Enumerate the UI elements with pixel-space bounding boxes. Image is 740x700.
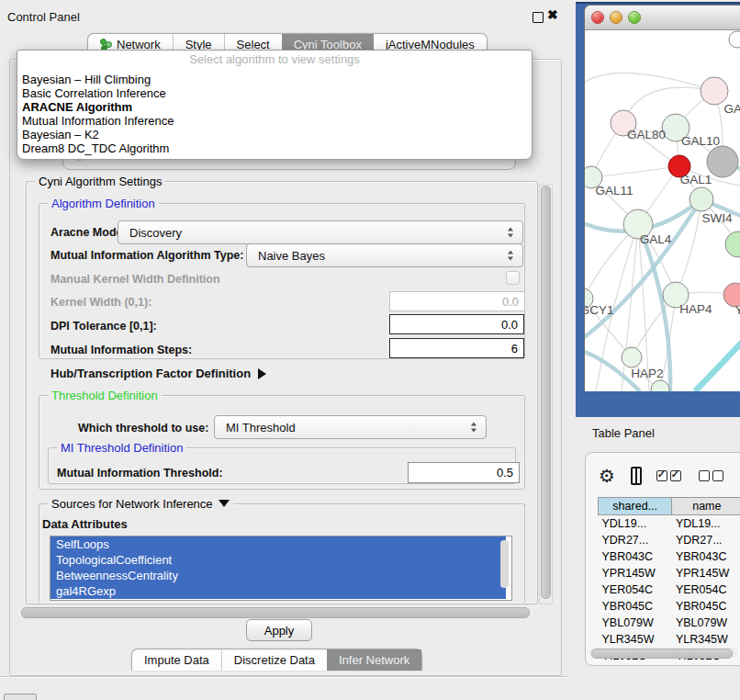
node-top-partial[interactable] xyxy=(729,31,740,48)
table-cell: YBR045C xyxy=(599,598,672,615)
mi-algorithm-type-label: Mutual Information Algorithm Type: xyxy=(50,249,243,262)
select-all-icon[interactable] xyxy=(656,470,684,481)
table-row[interactable]: YDR27...YDR27...12 xyxy=(599,532,740,548)
network-view-window: GALGAL80GAL10GAL1GAL11SWI4GAL4GCY1HAP4YH… xyxy=(584,5,740,391)
table-row[interactable]: YLR345WYLR345W9. xyxy=(599,631,740,648)
tab-impute-data[interactable]: Impute Data xyxy=(132,649,221,671)
column-header[interactable]: shared... xyxy=(599,498,672,515)
apply-button[interactable]: Apply xyxy=(246,619,312,641)
settings-group-title: Cyni Algorithm Settings xyxy=(35,175,165,188)
which-threshold-value: MI Threshold xyxy=(226,421,296,435)
scrollbar-thumb[interactable] xyxy=(591,649,733,659)
tab-discretize-data[interactable]: Discretize Data xyxy=(221,649,327,671)
control-panel-title: Control Panel xyxy=(7,10,80,24)
kernel-width-input[interactable]: 0.0 xyxy=(389,291,525,311)
table-cell: YDR27... xyxy=(672,532,740,548)
node-SWI4[interactable] xyxy=(690,187,713,211)
mi-algorithm-type-value: Naive Bayes xyxy=(258,249,325,263)
tab-label: Infer Network xyxy=(339,653,409,667)
gear-icon[interactable]: ⚙ xyxy=(599,465,615,487)
collapsed-arrow-icon xyxy=(258,368,266,379)
tab-infer-network[interactable]: Infer Network xyxy=(327,649,421,671)
list-scrollbar[interactable] xyxy=(500,540,509,588)
aracne-mode-combobox[interactable]: Discovery xyxy=(118,220,523,244)
network-canvas[interactable]: GALGAL80GAL10GAL1GAL11SWI4GAL4GCY1HAP4YH… xyxy=(585,30,740,391)
columns-icon[interactable] xyxy=(631,467,642,485)
which-threshold-label: Which threshold to use: xyxy=(78,422,208,435)
node-bottom-partial[interactable] xyxy=(651,380,669,391)
deselect-all-icon[interactable] xyxy=(699,470,726,481)
table-row[interactable]: YBR045CYBR045C9. xyxy=(599,598,740,615)
table-cell: YBR045C xyxy=(672,598,740,615)
scrollbar-thumb[interactable] xyxy=(21,607,530,618)
hub-definition-toggle[interactable]: Hub/Transcription Factor Definition xyxy=(50,367,266,380)
tab-label: Impute Data xyxy=(144,653,209,667)
table-cell: YLR345W xyxy=(599,631,672,648)
attribute-item[interactable]: BetweennessCentrality xyxy=(50,568,506,583)
sources-group-toggle[interactable]: Sources for Network Inference xyxy=(48,497,233,511)
algorithm-dropdown-list: Bayesian – Hill ClimbingBasic Correlatio… xyxy=(17,69,532,155)
settings-vertical-scrollbar[interactable] xyxy=(539,184,553,604)
table-cell: YBL079W xyxy=(672,615,740,631)
data-attributes-list[interactable]: SelfLoopsTopologicalCoefficientBetweenne… xyxy=(50,536,512,601)
network-edge[interactable] xyxy=(591,166,679,177)
tab-label: Discretize Data xyxy=(234,653,315,667)
column-header[interactable]: name xyxy=(672,498,740,515)
node-label-HAP4: HAP4 xyxy=(679,302,712,316)
node-label-GAL80: GAL80 xyxy=(627,128,666,141)
algorithm-dropdown-placeholder: Select algorithm to view settings xyxy=(17,51,532,69)
node-attribute-table[interactable]: shared...nameA YDL19...YDL19...13YDR27..… xyxy=(598,497,740,664)
network-edge[interactable] xyxy=(695,333,740,391)
attribute-item[interactable]: gal4RGexp xyxy=(50,583,506,599)
network-window-titlebar[interactable] xyxy=(585,6,740,30)
table-row[interactable]: YER054CYER054C8. xyxy=(599,581,740,598)
algorithm-dropdown-popup: Select algorithm to view settings Bayesi… xyxy=(17,50,533,160)
table-horizontal-scrollbar[interactable] xyxy=(589,648,738,658)
table-row[interactable]: YDL19...YDL19...13 xyxy=(599,515,740,533)
table-toolbar: ⚙ xyxy=(595,460,740,491)
scrollbar-thumb[interactable] xyxy=(541,186,551,599)
which-threshold-combobox[interactable]: MI Threshold xyxy=(214,415,487,439)
float-window-icon[interactable] xyxy=(533,12,544,23)
table-panel-body: ⚙ shared...nameA YDL19...YDL19...13YDR27… xyxy=(585,452,740,666)
algorithm-option[interactable]: Basic Correlation Inference xyxy=(22,86,532,100)
node-HAP2[interactable] xyxy=(622,347,642,367)
node-pink-top[interactable] xyxy=(701,77,728,105)
node-label-GAL11: GAL11 xyxy=(595,184,633,198)
close-panel-icon[interactable]: ✖ xyxy=(547,7,558,22)
aracne-mode-label: Aracne Mode: xyxy=(50,226,127,239)
bottom-stub-button[interactable] xyxy=(4,694,37,700)
algorithm-option[interactable]: Mutual Information Inference xyxy=(22,114,532,128)
algorithm-option[interactable]: ARACNE Algorithm xyxy=(22,100,532,114)
spinner-arrows-icon xyxy=(508,251,514,261)
aracne-mode-value: Discovery xyxy=(129,226,182,240)
table-row[interactable]: YPR145WYPR145W9. xyxy=(599,565,740,581)
mi-steps-input[interactable]: 6 xyxy=(389,338,524,358)
node-green-right[interactable] xyxy=(725,231,740,257)
algorithm-option[interactable]: Bayesian – K2 xyxy=(22,128,532,141)
attribute-item[interactable]: TopologicalCoefficient xyxy=(50,552,506,568)
node-label-GCY1: GCY1 xyxy=(585,303,613,317)
table-cell: YPR145W xyxy=(672,565,740,581)
algorithm-option[interactable]: Bayesian – Hill Climbing xyxy=(22,73,532,86)
dpi-tolerance-input[interactable]: 0.0 xyxy=(389,314,524,334)
table-row[interactable]: YBR043CYBR043C xyxy=(599,548,740,565)
attribute-item[interactable]: SelfLoops xyxy=(50,536,506,552)
cyni-bottom-tabbar: Impute DataDiscretize DataInfer Network xyxy=(131,649,422,671)
mi-algorithm-type-combobox[interactable]: Naive Bayes xyxy=(246,243,523,267)
zoom-window-icon[interactable] xyxy=(628,11,641,24)
hub-definition-label: Hub/Transcription Factor Definition xyxy=(50,367,251,380)
table-row[interactable]: YBL079WYBL079W xyxy=(599,615,740,631)
minimize-window-icon[interactable] xyxy=(610,11,622,24)
close-window-icon[interactable] xyxy=(591,11,604,24)
manual-kernel-width-checkbox[interactable] xyxy=(506,271,520,285)
algorithm-option[interactable]: Dream8 DC_TDC Algorithm xyxy=(22,141,532,155)
node-label-GAL1: GAL1 xyxy=(680,173,712,186)
settings-horizontal-scrollbar[interactable] xyxy=(18,606,534,617)
mi-threshold-input[interactable]: 0.5 xyxy=(408,462,520,483)
node-label-GAL10: GAL10 xyxy=(681,134,720,148)
node-label-GAL: GAL xyxy=(723,102,740,116)
threshold-definition-title: Threshold Definition xyxy=(48,389,162,402)
table-cell: YDL19... xyxy=(672,515,740,533)
network-graph: GALGAL80GAL10GAL1GAL11SWI4GAL4GCY1HAP4YH… xyxy=(585,30,740,391)
